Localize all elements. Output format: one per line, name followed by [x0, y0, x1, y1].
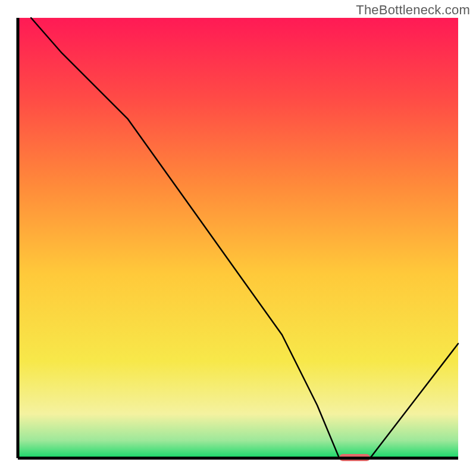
chart-container: TheBottleneck.com — [0, 0, 476, 476]
gradient-background — [18, 18, 458, 458]
watermark-text: TheBottleneck.com — [356, 2, 470, 18]
bottleneck-chart — [0, 0, 476, 476]
plot-area — [18, 18, 458, 461]
